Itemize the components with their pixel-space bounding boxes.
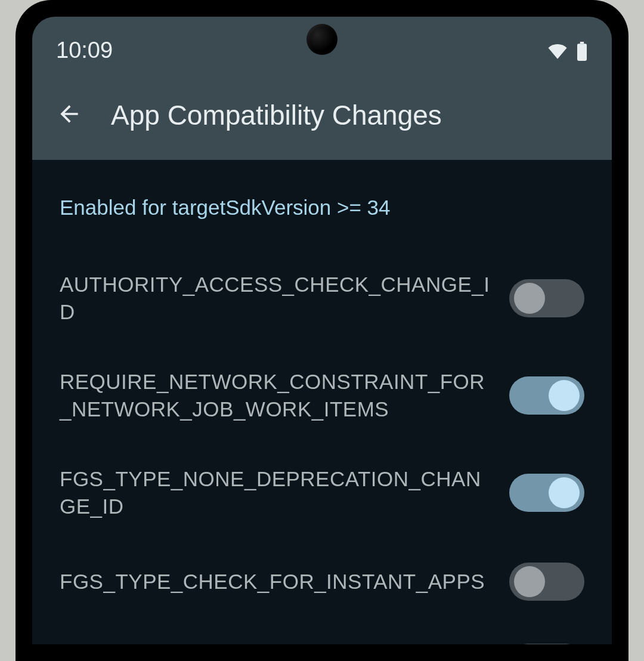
toggle-thumb	[514, 283, 545, 314]
status-bar: 10:09	[32, 17, 612, 70]
toggle-switch[interactable]	[509, 474, 584, 512]
battery-icon	[576, 42, 588, 63]
setting-label: AUTHORITY_ACCESS_CHECK_CHANGE_ID	[60, 271, 493, 325]
app-header: App Compatibility Changes	[32, 70, 612, 160]
phone-screen: 10:09	[32, 17, 612, 644]
setting-row: FGS_TYPE_NONE_DEPRECATION_CHANGE_ID	[60, 444, 584, 541]
status-icons	[547, 42, 588, 63]
content-area: Enabled for targetSdkVersion >= 34 AUTHO…	[32, 160, 612, 644]
camera-notch	[306, 24, 338, 55]
toggle-switch[interactable]	[509, 376, 584, 415]
toggle-thumb	[549, 380, 580, 411]
setting-label: FGS_TYPE_CHECK_FOR_INSTANT_APPS	[60, 568, 493, 595]
setting-row: FGS_TYPE_CHECK_FOR_INSTANT_APPS	[60, 541, 584, 622]
setting-row: REQUIRE_NETWORK_CONSTRAINT_FOR_NETWORK_J…	[60, 347, 584, 444]
toggle-switch[interactable]	[509, 644, 584, 644]
toggle-switch[interactable]	[509, 279, 584, 317]
status-time: 10:09	[56, 38, 113, 63]
toggle-switch[interactable]	[509, 563, 584, 601]
toggle-thumb	[549, 477, 580, 508]
setting-row: DETACH_THROWS_ISE_ONLY	[60, 622, 584, 644]
page-title: App Compatibility Changes	[111, 99, 442, 131]
section-header: Enabled for targetSdkVersion >= 34	[60, 196, 584, 220]
setting-row: AUTHORITY_ACCESS_CHECK_CHANGE_ID	[60, 249, 584, 347]
phone-frame: 10:09	[16, 0, 628, 661]
status-bar-wrapper: 10:09	[32, 17, 612, 160]
phone-bezel: 10:09	[26, 11, 618, 650]
setting-label: FGS_TYPE_NONE_DEPRECATION_CHANGE_ID	[60, 465, 493, 520]
setting-label: REQUIRE_NETWORK_CONSTRAINT_FOR_NETWORK_J…	[60, 368, 493, 422]
wifi-icon	[547, 44, 568, 61]
settings-list: AUTHORITY_ACCESS_CHECK_CHANGE_IDREQUIRE_…	[60, 249, 584, 644]
svg-rect-1	[577, 44, 587, 61]
svg-rect-0	[580, 42, 584, 44]
toggle-thumb	[514, 566, 545, 597]
back-button[interactable]	[56, 101, 82, 129]
